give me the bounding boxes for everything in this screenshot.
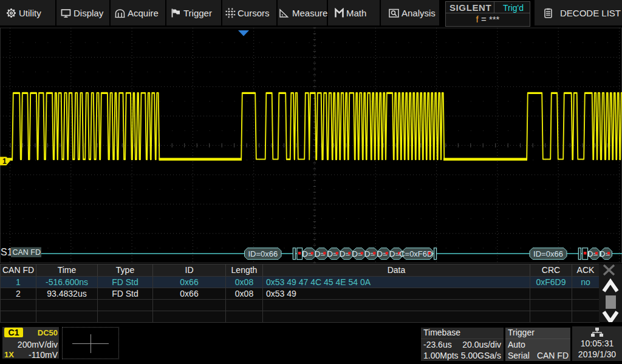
- svg-text:S1: S1: [1, 247, 13, 257]
- svg-text:C=0xF6D: C=0xF6D: [399, 249, 432, 258]
- svg-text:ID=0x66: ID=0x66: [248, 249, 278, 258]
- svg-text:1: 1: [2, 157, 7, 166]
- svg-text:CAN FD: CAN FD: [13, 248, 41, 257]
- svg-text:ID=0x66: ID=0x66: [533, 249, 563, 258]
